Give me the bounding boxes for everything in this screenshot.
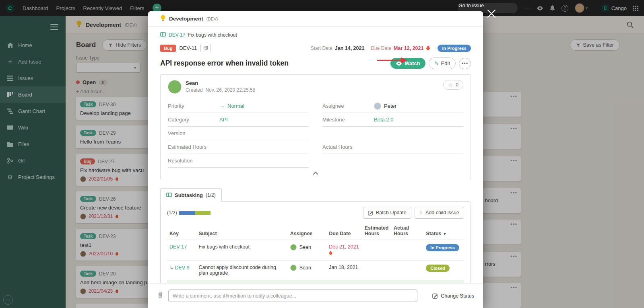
project-icon (160, 15, 166, 23)
subtask-due-date: Dec 21, 2021 (329, 244, 359, 250)
collapse-details-button[interactable] (168, 168, 463, 178)
issue-meta-row: Bug DEV-11 Start Date Jan 14, 2021 Due D… (160, 44, 471, 52)
overdue-flame-icon (426, 45, 430, 52)
subtask-assignee: Sean (299, 244, 311, 250)
priority-normal-icon: → (219, 103, 225, 109)
comment-input[interactable] (168, 290, 417, 302)
star-count: 0 (456, 82, 458, 88)
edit-square-icon (432, 293, 438, 299)
subtasking-tab-label: Subtasking (175, 192, 203, 198)
go-to-issue-tooltip: Go to issue (458, 3, 484, 8)
subtask-icon (160, 32, 166, 38)
column-header-assignee: Assignee (288, 223, 327, 240)
subtask-subject: Fix bugs with checkout (196, 240, 287, 261)
more-actions-button[interactable]: ••• (459, 58, 471, 69)
actual-hours-label: Actual Hours (322, 144, 374, 150)
created-timestamp: Created Nov. 26, 2020 22:25:58 (186, 87, 255, 93)
assignee-value[interactable]: Peter (384, 103, 396, 109)
modal-body: DEV-17 Fix bugs with checkout Bug DEV-11… (148, 27, 483, 283)
resolution-label: Resolution (168, 158, 219, 164)
attach-file-button[interactable] (157, 292, 163, 300)
field-grid: Priority →Normal Category API Version Es… (168, 99, 463, 168)
author-avatar (168, 80, 182, 94)
status-badge: Closed (426, 265, 450, 272)
category-value[interactable]: API (219, 117, 228, 123)
add-child-issue-button[interactable]: + Add child issue (415, 207, 464, 219)
batch-update-button[interactable]: Batch Update (363, 207, 411, 219)
watch-button[interactable]: Watch (390, 58, 425, 69)
estimated-hours-label: Estimated Hours (168, 144, 219, 150)
status-badge: In Progress (426, 244, 459, 251)
subtask-table: Key Subject Assignee Due Date Estimated … (167, 223, 464, 283)
assignee-label: Assignee (322, 103, 374, 109)
due-date-label: Due Date (371, 45, 391, 51)
close-icon (487, 9, 496, 18)
issue-details-card: Sean Created Nov. 26, 2020 22:25:58 ☆ 0 … (160, 74, 471, 180)
chevron-up-icon (312, 172, 319, 175)
app-window: C Dashboard Projects Recently Viewed Fil… (0, 0, 644, 308)
subtask-assignee: Sean (299, 265, 311, 271)
subtasking-tab-count: (1/2) (206, 192, 216, 198)
close-modal-button[interactable] (486, 9, 497, 19)
avatar (290, 265, 297, 271)
table-row[interactable]: DEV-17 Fix bugs with checkout Sean Dec 2… (167, 240, 464, 261)
milestone-label: Milestone (322, 117, 374, 123)
progress-segment-open (179, 211, 195, 215)
milestone-value[interactable]: Beta 2.0 (374, 117, 393, 123)
subtask-icon (166, 191, 172, 199)
subtasking-section: Subtasking (1/2) (1/2) Batch Update (160, 188, 471, 283)
project-key: (DEV) (206, 16, 218, 21)
comment-bar: Change Status (148, 283, 483, 308)
plus-icon: + (419, 209, 423, 216)
issue-type-badge: Bug (160, 45, 176, 52)
project-name: Development (169, 16, 203, 22)
issue-title-row: API response error when invalid token Wa… (160, 57, 471, 69)
edit-square-icon (368, 210, 373, 216)
issue-detail-modal: Development (DEV) DEV-17 Fix bugs with c… (148, 11, 483, 308)
start-date-value: Jan 14, 2021 (335, 45, 365, 51)
column-header-key: Key (167, 223, 196, 240)
due-date-value: Mar 12, 2021 (394, 45, 423, 51)
assignee-avatar (374, 103, 381, 110)
column-header-due-date: Due Date (326, 223, 362, 240)
edit-button[interactable]: ✎ Edit (429, 57, 456, 69)
paperclip-icon (157, 292, 163, 298)
parent-issue-row: DEV-17 Fix bugs with checkout (160, 32, 471, 38)
author-name: Sean (186, 80, 255, 86)
star-button[interactable]: ☆ 0 (443, 80, 463, 90)
modal-header: Development (DEV) (148, 11, 483, 27)
column-header-actual-hours: Actual Hours (391, 223, 423, 240)
subtasking-panel: (1/2) Batch Update + Add child issue (160, 201, 471, 283)
issue-key: DEV-11 (179, 45, 197, 51)
category-label: Category (168, 117, 219, 123)
table-row[interactable]: ↳DEV-9 Cannot apply discount code during… (167, 261, 464, 280)
priority-value[interactable]: Normal (227, 103, 244, 109)
subtask-key[interactable]: DEV-17 (169, 244, 187, 250)
column-header-estimated-hours: Estimated Hours (362, 223, 391, 240)
subtask-due-date: Jan 18, 2021 (326, 261, 362, 280)
start-date-label: Start Date (311, 45, 332, 51)
table-row-selected[interactable]: ↳DEV-11 API response error when invalid … (167, 280, 464, 283)
sort-caret-icon: ▼ (443, 232, 447, 236)
copy-icon (204, 46, 208, 51)
change-status-button[interactable]: Change Status (432, 293, 474, 299)
issue-title: API response error when invalid token (160, 59, 289, 68)
priority-label: Priority (168, 103, 219, 109)
pencil-icon: ✎ (434, 60, 439, 66)
column-header-status[interactable]: Status▼ (423, 223, 464, 240)
avatar (290, 244, 297, 251)
subtask-key[interactable]: DEV-9 (175, 265, 189, 271)
progress-segment-closed (195, 211, 211, 215)
version-label: Version (168, 130, 219, 136)
parent-issue-title: Fix bugs with checkout (188, 32, 237, 38)
eye-icon (396, 62, 402, 66)
progress-label: (1/2) (167, 210, 177, 216)
child-arrow-icon: ↳ (169, 265, 173, 271)
parent-issue-key[interactable]: DEV-17 (169, 32, 185, 38)
star-icon: ☆ (448, 82, 453, 88)
copy-key-button[interactable] (200, 44, 211, 52)
status-badge: In Progress (438, 45, 471, 52)
overdue-flame-icon (329, 251, 360, 256)
subtasking-tab[interactable]: Subtasking (1/2) (160, 188, 222, 202)
subtask-subject: Cannot apply discount code during plan u… (196, 261, 287, 280)
